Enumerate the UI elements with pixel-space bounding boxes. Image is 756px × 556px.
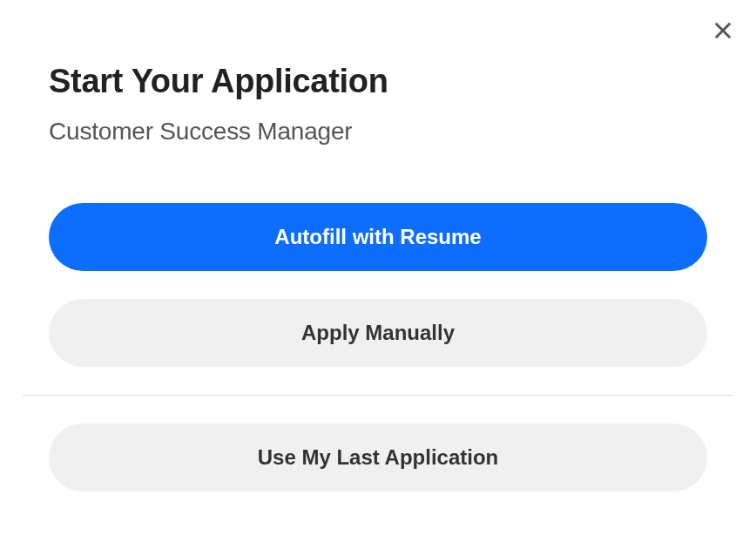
modal-content: Start Your Application Customer Success …	[0, 0, 756, 492]
modal-subtitle: Customer Success Manager	[49, 118, 707, 146]
apply-manually-button[interactable]: Apply Manually	[49, 299, 707, 367]
close-icon	[711, 18, 735, 45]
modal-title: Start Your Application	[49, 63, 707, 100]
close-button[interactable]	[709, 17, 737, 45]
use-last-application-button[interactable]: Use My Last Application	[49, 424, 707, 492]
divider	[23, 395, 733, 396]
autofill-resume-button[interactable]: Autofill with Resume	[49, 203, 707, 271]
